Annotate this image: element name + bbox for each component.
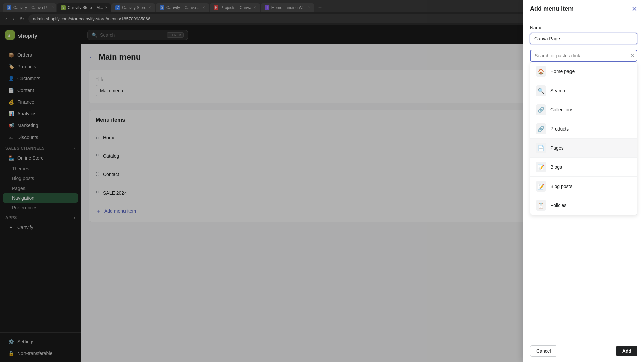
panel-footer: Cancel Add [523,340,644,362]
search-option-icon: 🔍 [536,85,546,96]
link-option-policies[interactable]: 📋 Policies [530,196,637,215]
pages-link-label: Pages [550,145,564,151]
pages-link-icon: 📄 [536,143,546,153]
blog-posts-link-icon: 📝 [536,181,546,192]
search-option-label: Search [550,88,565,93]
policies-label: Policies [550,203,566,208]
home-page-icon: 🏠 [536,66,546,77]
blogs-icon: 📝 [536,162,546,172]
panel-name-label: Name [530,25,637,30]
link-option-blogs[interactable]: 📝 Blogs [530,158,637,177]
products-link-label: Products [550,126,569,132]
blog-posts-link-label: Blog posts [550,184,572,189]
add-menu-item-panel: Add menu item ✕ Name ✕ 🏠 Home page 🔍 Sea… [523,0,644,362]
panel-header: Add menu item ✕ [523,0,644,18]
link-option-collections[interactable]: 🔗 Collections [530,100,637,119]
policies-icon: 📋 [536,200,546,211]
link-option-blog-posts[interactable]: 📝 Blog posts [530,177,637,196]
panel-body: Name ✕ 🏠 Home page 🔍 Search 🔗 Collection… [523,18,644,340]
link-search-input[interactable] [530,50,637,62]
link-option-products[interactable]: 🔗 Products [530,119,637,139]
link-option-pages[interactable]: 📄 Pages [530,139,637,158]
collections-icon: 🔗 [536,104,546,115]
home-page-label: Home page [550,69,575,74]
products-link-icon: 🔗 [536,123,546,134]
cancel-button[interactable]: Cancel [530,345,557,357]
add-button[interactable]: Add [616,346,637,356]
link-option-home-page[interactable]: 🏠 Home page [530,62,637,81]
link-options-dropdown: 🏠 Home page 🔍 Search 🔗 Collections 🔗 Pro… [530,62,637,215]
link-option-search[interactable]: 🔍 Search [530,81,637,100]
collections-label: Collections [550,107,573,112]
link-search-wrapper: ✕ [530,50,637,62]
panel-name-input[interactable] [530,33,637,44]
link-search-clear-button[interactable]: ✕ [630,53,635,59]
blogs-label: Blogs [550,164,562,170]
panel-title: Add menu item [530,5,574,12]
panel-close-button[interactable]: ✕ [632,6,637,12]
